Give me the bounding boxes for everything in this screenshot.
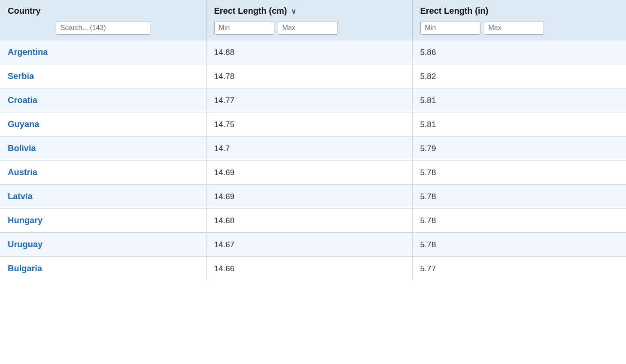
sort-descending-icon[interactable]: ∨ (291, 8, 296, 15)
cm-range-cell (206, 18, 412, 40)
in-value-cell: 5.78 (412, 209, 626, 233)
data-table: Country Erect Length (cm) ∨ Erect Length… (0, 0, 626, 364)
country-search-cell (0, 18, 206, 40)
in-value-cell: 5.78 (412, 161, 626, 185)
filter-row (0, 18, 626, 40)
table-row: Austria14.695.78 (0, 161, 626, 185)
country-cell[interactable]: Guyana (0, 112, 206, 136)
cm-value-cell: 14.78 (206, 64, 412, 88)
cm-value-cell: 14.68 (206, 209, 412, 233)
cm-value-cell: 14.7 (206, 136, 412, 161)
country-cell[interactable]: Serbia (0, 64, 206, 88)
in-value-cell: 5.78 (412, 233, 626, 257)
table-row: Serbia14.785.82 (0, 64, 626, 88)
in-value-cell: 5.79 (412, 136, 626, 161)
table-row: Bulgaria14.665.77 (0, 257, 626, 281)
table-row: Guyana14.755.81 (0, 112, 626, 136)
cm-value-cell: 14.88 (206, 40, 412, 64)
in-value-cell: 5.86 (412, 40, 626, 64)
country-cell[interactable]: Argentina (0, 40, 206, 64)
country-cell[interactable]: Bulgaria (0, 257, 206, 281)
in-value-cell: 5.78 (412, 185, 626, 209)
table-row: Hungary14.685.78 (0, 209, 626, 233)
cm-value-cell: 14.66 (206, 257, 412, 281)
in-value-cell: 5.82 (412, 64, 626, 88)
cm-min-input[interactable] (214, 21, 274, 35)
cm-value-cell: 14.67 (206, 233, 412, 257)
in-value-cell: 5.81 (412, 88, 626, 112)
country-cell[interactable]: Hungary (0, 209, 206, 233)
country-cell[interactable]: Austria (0, 161, 206, 185)
cm-value-cell: 14.69 (206, 161, 412, 185)
country-cell[interactable]: Uruguay (0, 233, 206, 257)
table-row: Latvia14.695.78 (0, 185, 626, 209)
cm-value-cell: 14.69 (206, 185, 412, 209)
in-range-cell (412, 18, 626, 40)
table-row: Argentina14.885.86 (0, 40, 626, 64)
erect-cm-header-label: Erect Length (cm) (214, 6, 287, 15)
table-row: Croatia14.775.81 (0, 88, 626, 112)
cm-value-cell: 14.75 (206, 112, 412, 136)
country-cell[interactable]: Bolivia (0, 136, 206, 161)
table-body: Argentina14.885.86Serbia14.785.82Croatia… (0, 40, 626, 281)
erect-in-header-label: Erect Length (in) (420, 6, 489, 15)
in-min-input[interactable] (420, 21, 480, 35)
country-search-input[interactable] (56, 21, 150, 35)
country-column-header[interactable]: Country (0, 0, 206, 18)
in-range-inputs (420, 21, 619, 35)
country-cell[interactable]: Latvia (0, 185, 206, 209)
erect-cm-column-header[interactable]: Erect Length (cm) ∨ (206, 0, 412, 18)
cm-value-cell: 14.77 (206, 88, 412, 112)
table-row: Bolivia14.75.79 (0, 136, 626, 161)
erect-in-column-header[interactable]: Erect Length (in) (412, 0, 626, 18)
in-max-input[interactable] (484, 21, 544, 35)
country-cell[interactable]: Croatia (0, 88, 206, 112)
table-row: Uruguay14.675.78 (0, 233, 626, 257)
in-value-cell: 5.77 (412, 257, 626, 281)
cm-max-input[interactable] (278, 21, 338, 35)
cm-range-inputs (214, 21, 404, 35)
in-value-cell: 5.81 (412, 112, 626, 136)
column-header-row: Country Erect Length (cm) ∨ Erect Length… (0, 0, 626, 18)
country-header-label: Country (8, 6, 41, 15)
